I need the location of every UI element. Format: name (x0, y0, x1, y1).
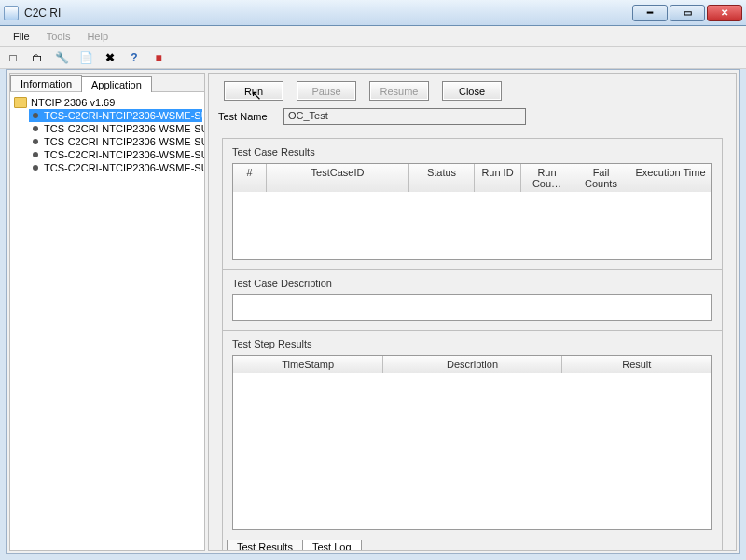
tree-children: TCS-C2CRI-NTCIP2306-WSME-SUT-SHRR-EC TCS… (12, 109, 202, 174)
col-fail-counts[interactable]: Fail Counts (573, 164, 629, 192)
right-pane: Run ↖ Pause Resume Close Test Name OC_Te… (208, 73, 737, 551)
tree-item-label: TCS-C2CRI-NTCIP2306-WSME-SUT-SHSP-EC (44, 123, 204, 134)
toolbar: □ 🗀 🔧 📄 ✖ ? ■ (0, 47, 746, 69)
bullet-icon (33, 113, 38, 118)
group-test-step-results: Test Step Results TimeStamp Description … (222, 331, 723, 540)
menu-tools[interactable]: Tools (39, 29, 78, 44)
col-result[interactable]: Result (562, 356, 711, 373)
client-area: Information Application NTCIP 2306 v1.69… (6, 69, 740, 554)
tab-information[interactable]: Information (10, 75, 82, 91)
run-button[interactable]: Run ↖ (224, 81, 283, 101)
stop-icon[interactable]: ■ (151, 50, 166, 65)
open-icon[interactable]: 🗀 (30, 50, 45, 65)
test-name-row: Test Name OC_Test (209, 104, 736, 132)
app-icon (4, 6, 19, 20)
tree-item-label: TCS-C2CRI-NTCIP2306-WSME-SUT-XHRO-EC (44, 149, 204, 160)
grid-header: TimeStamp Description Result (233, 356, 711, 373)
pause-button[interactable]: Pause (297, 81, 356, 101)
tree-root[interactable]: NTCIP 2306 v1.69 (12, 96, 202, 109)
tree-item[interactable]: TCS-C2CRI-NTCIP2306-WSME-SUT-SHSP-EC (29, 122, 202, 135)
group-title: Test Case Results (232, 146, 712, 157)
bullet-icon (33, 139, 38, 144)
description-box[interactable] (232, 294, 712, 321)
menu-file[interactable]: File (6, 29, 37, 44)
step-results-grid[interactable]: TimeStamp Description Result (232, 355, 712, 530)
bullet-icon (33, 126, 38, 131)
col-exec-time[interactable]: Execution Time (629, 164, 711, 192)
group-title: Test Case Description (232, 278, 712, 289)
tree-item[interactable]: TCS-C2CRI-NTCIP2306-WSME-SUT-SHRR-EC (29, 109, 202, 122)
left-tabs: Information Application (10, 74, 204, 92)
col-testcaseid[interactable]: TestCaseID (267, 164, 409, 192)
settings-icon[interactable]: ✖ (103, 50, 117, 65)
menubar: File Tools Help (0, 26, 746, 47)
doc-icon[interactable]: 📄 (78, 50, 93, 65)
tree-view[interactable]: NTCIP 2306 v1.69 TCS-C2CRI-NTCIP2306-WSM… (10, 92, 204, 550)
maximize-button[interactable]: ▭ (670, 5, 705, 21)
help-icon[interactable]: ? (127, 50, 142, 65)
right-inner: Test Case Results # TestCaseID Status Ru… (209, 132, 736, 550)
bullet-icon (33, 152, 38, 157)
tree-item[interactable]: TCS-C2CRI-NTCIP2306-WSME-SUT-XFRO-EC (29, 135, 202, 148)
folder-icon (14, 97, 27, 108)
tree-item[interactable]: TCS-C2CRI-NTCIP2306-WSME-SUT-XHRO-EC (29, 148, 202, 161)
bottom-tabs: Test Results Test Log (222, 540, 723, 550)
test-name-label: Test Name (218, 111, 274, 122)
window-title: C2C RI (24, 7, 632, 20)
group-title: Test Step Results (232, 338, 712, 349)
window-controls: ━ ▭ ✕ (632, 5, 742, 21)
group-test-case-results: Test Case Results # TestCaseID Status Ru… (222, 138, 723, 270)
new-icon[interactable]: □ (6, 50, 21, 65)
run-button-label: Run (244, 86, 263, 97)
tab-test-results[interactable]: Test Results (227, 540, 303, 550)
grid-body (233, 373, 711, 529)
col-run-count[interactable]: Run Cou… (521, 164, 573, 192)
action-row: Run ↖ Pause Resume Close (209, 74, 736, 104)
tree-root-label: NTCIP 2306 v1.69 (31, 97, 115, 108)
resume-button[interactable]: Resume (369, 81, 429, 101)
tree-item-label: TCS-C2CRI-NTCIP2306-WSME-SUT-XHRR-EC (44, 162, 204, 173)
tree-item-label: TCS-C2CRI-NTCIP2306-WSME-SUT-XFRO-EC (44, 136, 204, 147)
close-window-button[interactable]: ✕ (707, 5, 742, 21)
tab-application[interactable]: Application (81, 76, 152, 92)
col-run-id[interactable]: Run ID (475, 164, 521, 192)
col-description[interactable]: Description (383, 356, 561, 373)
tab-test-log[interactable]: Test Log (302, 540, 362, 550)
tree-item[interactable]: TCS-C2CRI-NTCIP2306-WSME-SUT-XHRR-EC (29, 161, 202, 174)
tree-item-label: TCS-C2CRI-NTCIP2306-WSME-SUT-SHRR-EC (44, 110, 204, 121)
left-pane: Information Application NTCIP 2306 v1.69… (9, 73, 205, 551)
test-name-field[interactable]: OC_Test (283, 108, 526, 125)
col-status[interactable]: Status (409, 164, 475, 192)
col-timestamp[interactable]: TimeStamp (233, 356, 383, 373)
wrench-icon[interactable]: 🔧 (54, 50, 69, 65)
minimize-button[interactable]: ━ (632, 5, 668, 21)
titlebar: C2C RI ━ ▭ ✕ (0, 0, 746, 26)
bullet-icon (33, 165, 38, 171)
grid-body (233, 192, 711, 259)
close-button[interactable]: Close (442, 81, 502, 101)
grid-header: # TestCaseID Status Run ID Run Cou… Fail… (233, 164, 711, 192)
menu-help[interactable]: Help (79, 29, 116, 44)
group-test-case-description: Test Case Description (222, 270, 723, 331)
case-results-grid[interactable]: # TestCaseID Status Run ID Run Cou… Fail… (232, 163, 712, 260)
col-num[interactable]: # (233, 164, 267, 192)
